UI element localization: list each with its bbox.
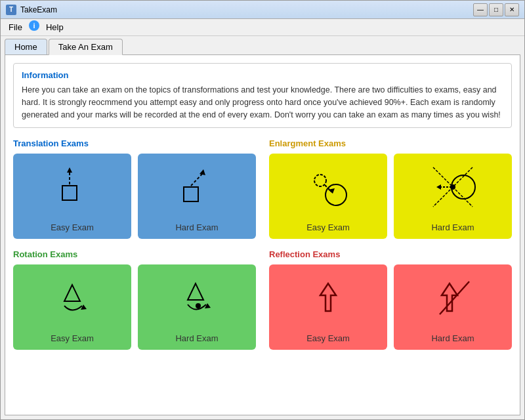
translation-cards: Easy Exam Hard <box>13 154 256 239</box>
svg-marker-17 <box>81 304 87 310</box>
svg-point-6 <box>314 175 326 186</box>
svg-rect-3 <box>184 187 198 201</box>
reflection-hard-label: Hard Exam <box>431 333 474 343</box>
svg-marker-20 <box>205 303 211 308</box>
enlargement-cards: Easy Exam <box>269 154 512 239</box>
reflection-cards: Easy Exam Hard Exam <box>269 264 512 350</box>
rotation-cards: Easy Exam <box>13 264 256 350</box>
title-bar: T TakeExam — □ ✕ <box>1 1 524 19</box>
translation-easy-label: Easy Exam <box>51 222 94 232</box>
reflection-easy-card[interactable]: Easy Exam <box>269 264 387 350</box>
translation-title: Translation Exams <box>13 138 256 148</box>
svg-marker-15 <box>436 184 441 190</box>
reflection-easy-icon <box>269 264 387 331</box>
translation-hard-label: Hard Exam <box>175 222 218 232</box>
rotation-hard-label: Hard Exam <box>175 333 218 343</box>
enlargement-hard-card[interactable]: Hard Exam <box>394 154 512 239</box>
svg-marker-21 <box>320 284 336 311</box>
reflection-section: Reflection Exams Easy Exam <box>269 249 512 350</box>
info-text: Here you can take an exam on the topics … <box>22 84 503 121</box>
svg-marker-5 <box>200 169 205 175</box>
window-title: TakeExam <box>20 5 57 14</box>
svg-point-19 <box>196 303 201 308</box>
main-window: T TakeExam — □ ✕ File i Help Home Take A… <box>0 0 525 420</box>
translation-easy-card[interactable]: Easy Exam <box>13 154 131 239</box>
translation-easy-icon <box>13 154 131 220</box>
window-controls: — □ ✕ <box>473 3 519 16</box>
enlargement-title: Enlargment Exams <box>269 138 512 148</box>
enlargement-hard-label: Hard Exam <box>431 222 474 232</box>
svg-point-7 <box>326 184 346 205</box>
tab-take-exam[interactable]: Take An Exam <box>49 39 123 55</box>
reflection-easy-label: Easy Exam <box>306 333 350 343</box>
svg-marker-16 <box>64 285 80 301</box>
info-title: Information <box>22 70 503 80</box>
svg-marker-2 <box>67 167 72 173</box>
reflection-hard-icon <box>394 264 512 331</box>
svg-line-23 <box>440 282 469 314</box>
minimize-button[interactable]: — <box>473 3 488 16</box>
info-icon: i <box>29 20 39 31</box>
enlargement-easy-icon <box>269 154 387 220</box>
translation-hard-card[interactable]: Hard Exam <box>138 154 256 239</box>
menu-help[interactable]: Help <box>41 20 69 34</box>
tabs-bar: Home Take An Exam <box>1 36 524 54</box>
enlargement-section: Enlargment Exams <box>269 138 512 239</box>
rotation-hard-card[interactable]: Hard Exam <box>138 264 256 350</box>
enlargement-easy-label: Easy Exam <box>306 222 350 232</box>
reflection-title: Reflection Exams <box>269 249 512 259</box>
svg-line-4 <box>191 173 203 186</box>
exams-grid: Translation Exams <box>13 138 512 360</box>
info-box: Information Here you can take an exam on… <box>13 63 512 128</box>
tab-home[interactable]: Home <box>5 39 47 54</box>
rotation-easy-label: Easy Exam <box>51 333 94 343</box>
rotation-section: Rotation Exams E <box>13 249 256 350</box>
reflection-hard-card[interactable]: Hard Exam <box>394 264 512 350</box>
svg-marker-18 <box>188 284 203 300</box>
translation-section: Translation Exams <box>13 138 256 239</box>
enlargement-easy-card[interactable]: Easy Exam <box>269 154 387 239</box>
enlargement-hard-icon <box>394 154 512 220</box>
title-bar-left: T TakeExam <box>6 5 57 15</box>
rotation-hard-icon <box>138 264 256 331</box>
tab-content: Information Here you can take an exam on… <box>5 54 520 415</box>
close-button[interactable]: ✕ <box>505 3 519 16</box>
menu-file[interactable]: File <box>3 20 28 34</box>
svg-rect-0 <box>62 186 77 200</box>
rotation-easy-card[interactable]: Easy Exam <box>13 264 131 350</box>
app-icon: T <box>6 5 16 15</box>
maximize-button[interactable]: □ <box>489 3 503 16</box>
menu-bar: File i Help <box>1 19 524 36</box>
rotation-title: Rotation Exams <box>13 249 256 259</box>
rotation-easy-icon <box>13 264 131 331</box>
translation-hard-icon <box>138 154 256 220</box>
